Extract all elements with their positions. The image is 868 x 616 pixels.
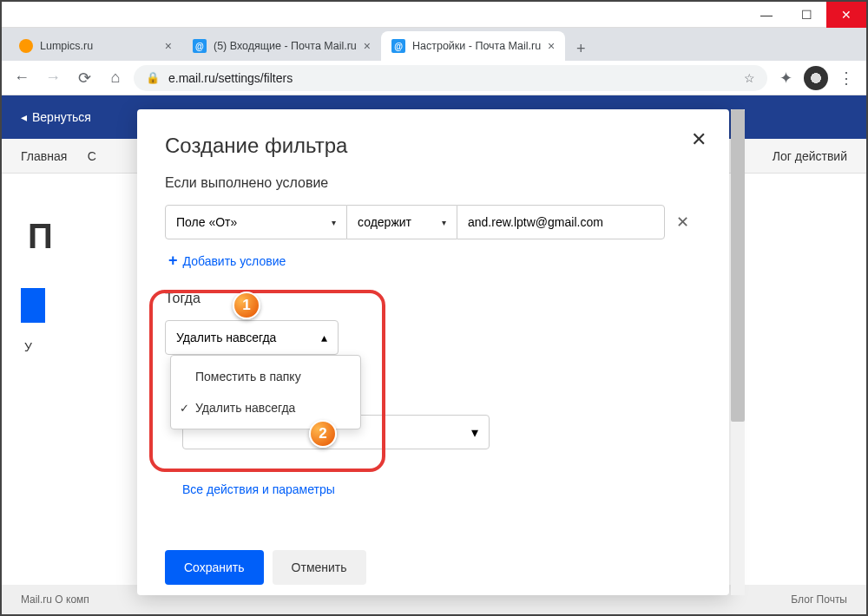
dropdown-option-delete-forever[interactable]: Удалить навсегда xyxy=(171,392,360,423)
home-button[interactable]: ⌂ xyxy=(102,65,128,91)
menu-icon[interactable]: ⋮ xyxy=(833,65,859,91)
close-icon[interactable]: × xyxy=(165,39,172,53)
annotation-badge-1: 1 xyxy=(233,292,260,319)
tab-title: Lumpics.ru xyxy=(40,40,158,52)
footer-right[interactable]: Блог Почты xyxy=(791,593,847,606)
condition-value-input[interactable]: and.rew.lptw@gmail.com xyxy=(457,205,665,239)
action-dropdown-menu: Поместить в папку Удалить навсегда xyxy=(170,355,361,429)
browser-tab[interactable]: @ (5) Входящие - Почта Mail.ru × xyxy=(182,31,381,61)
reload-button[interactable]: ⟳ xyxy=(71,65,97,91)
close-icon[interactable]: × xyxy=(364,39,371,53)
close-icon[interactable]: × xyxy=(548,39,555,53)
url-input[interactable]: 🔒 e.mail.ru/settings/filters ☆ xyxy=(134,65,767,91)
forward-button[interactable]: → xyxy=(40,65,66,91)
window-maximize[interactable]: ☐ xyxy=(786,2,826,28)
chevron-down-icon: ▾ xyxy=(471,424,478,441)
action-select[interactable]: Удалить навсегда ▴ xyxy=(165,320,339,355)
plus-icon: + xyxy=(168,252,178,270)
bookmark-icon[interactable]: ☆ xyxy=(744,71,755,85)
tab-title: (5) Входящие - Почта Mail.ru xyxy=(214,40,357,52)
operator-select[interactable]: содержит ▾ xyxy=(347,205,457,239)
favicon-icon: @ xyxy=(193,39,207,53)
remove-condition-button[interactable]: ✕ xyxy=(665,205,700,239)
extensions-icon[interactable]: ✦ xyxy=(773,65,799,91)
address-bar: ← → ⟳ ⌂ 🔒 e.mail.ru/settings/filters ☆ ✦… xyxy=(2,61,866,95)
condition-row: Поле «От» ▾ содержит ▾ and.rew.lptw@gmai… xyxy=(165,205,701,239)
condition-value-text: and.rew.lptw@gmail.com xyxy=(468,215,603,229)
add-condition-button[interactable]: + Добавить условие xyxy=(168,252,701,270)
browser-tab[interactable]: Lumpics.ru × xyxy=(9,31,182,61)
field-select-value: Поле «От» xyxy=(176,215,237,229)
modal-buttons: Сохранить Отменить xyxy=(165,550,366,585)
lock-icon: 🔒 xyxy=(146,71,160,84)
dropdown-option-move-to-folder[interactable]: Поместить в папку xyxy=(171,361,360,392)
browser-tab-active[interactable]: @ Настройки - Почта Mail.ru × xyxy=(381,31,565,61)
add-condition-label: Добавить условие xyxy=(183,254,286,268)
modal-title: Создание фильтра xyxy=(165,134,701,158)
chevron-up-icon: ▴ xyxy=(321,331,327,344)
window-title-bar: — ☐ ✕ xyxy=(2,2,866,28)
window-minimize[interactable]: — xyxy=(746,2,786,28)
cancel-button[interactable]: Отменить xyxy=(273,550,366,585)
save-button[interactable]: Сохранить xyxy=(165,550,264,585)
profile-avatar[interactable] xyxy=(804,66,828,90)
create-button-edge[interactable] xyxy=(21,288,45,323)
chevron-down-icon: ▾ xyxy=(442,218,446,227)
field-select[interactable]: Поле «От» ▾ xyxy=(165,205,347,239)
favicon-icon xyxy=(19,39,33,53)
operator-select-value: содержит xyxy=(358,215,411,229)
new-tab-button[interactable]: + xyxy=(569,36,593,61)
chevron-down-icon: ▾ xyxy=(332,218,336,227)
modal-close-button[interactable]: ✕ xyxy=(691,128,707,151)
nav-item[interactable]: С xyxy=(88,149,96,163)
scrollbar-thumb[interactable] xyxy=(731,109,745,422)
favicon-icon: @ xyxy=(391,39,405,53)
back-button[interactable]: ← xyxy=(9,65,35,91)
footer-left[interactable]: Mail.ru О комп xyxy=(21,593,89,606)
condition-section-label: Если выполнено условие xyxy=(165,175,701,191)
browser-tab-strip: Lumpics.ru × @ (5) Входящие - Почта Mail… xyxy=(2,28,866,61)
nav-item[interactable]: Лог действий xyxy=(773,149,847,163)
url-text: e.mail.ru/settings/filters xyxy=(168,71,293,85)
applied-text: У xyxy=(24,340,32,354)
annotation-badge-2: 2 xyxy=(309,420,337,448)
window-close[interactable]: ✕ xyxy=(826,2,866,28)
all-actions-link[interactable]: Все действия и параметры xyxy=(182,482,335,496)
create-filter-modal: Создание фильтра ✕ Если выполнено услови… xyxy=(137,109,729,595)
modal-scrollbar[interactable] xyxy=(731,109,745,595)
action-select-value: Удалить навсегда xyxy=(176,331,276,344)
tab-title: Настройки - Почта Mail.ru xyxy=(412,40,541,52)
nav-item[interactable]: Главная xyxy=(21,149,67,163)
